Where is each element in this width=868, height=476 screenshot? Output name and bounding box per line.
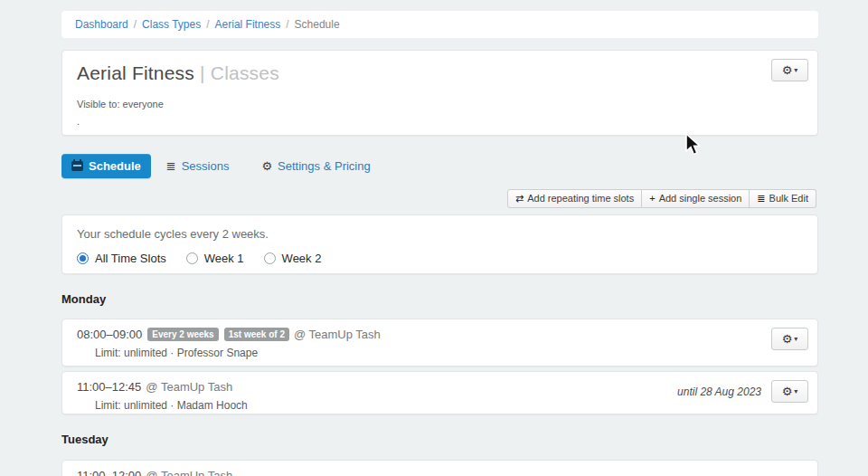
breadcrumb-separator: / [134,18,137,31]
radio-button-icon [186,252,198,264]
slot-until-date: until 28 Aug 2023 [677,386,761,398]
day-heading-tuesday: Tuesday [61,433,108,446]
schedule-toolbar: ⇄Add repeating time slots +Add single se… [507,189,816,208]
slot-time: 08:00–09:00 [77,328,142,341]
title-divider: | [200,62,205,83]
repeat-frequency-badge: Every 2 weeks [147,328,218,341]
tab-label: Settings & Pricing [278,159,371,173]
caret-down-icon: ▾ [794,335,797,343]
gear-icon: ⚙ [261,159,272,173]
breadcrumb-current: Schedule [295,18,340,31]
button-label: Add repeating time slots [527,193,634,204]
slot-detail: Limit: unlimited · Madam Hooch [95,399,803,412]
radio-week-2[interactable]: Week 2 [264,252,322,265]
week-of-cycle-badge: 1st week of 2 [224,328,289,341]
radio-label: Week 1 [204,252,244,265]
caret-down-icon: ▾ [794,387,797,395]
page-title: Aerial Fitness | Classes [77,62,803,84]
button-label: Bulk Edit [769,193,808,204]
slot-summary: 11:00–12:00 @ TeamUp Tash [77,469,803,476]
breadcrumb-link-class-types[interactable]: Class Types [142,18,201,31]
breadcrumb-separator: / [286,18,288,31]
button-label: Add single session [659,193,742,204]
list-icon: ≣ [166,159,176,173]
radio-week-1[interactable]: Week 1 [186,252,244,265]
breadcrumb: Dashboard/Class Types/Aerial Fitness/Sch… [61,11,818,38]
slot-time: 11:00–12:00 [77,469,141,476]
gear-icon: ⚙ [782,385,793,398]
class-header-card: Aerial Fitness | Classes Visible to: eve… [61,50,818,136]
breadcrumb-link-dashboard[interactable]: Dashboard [75,18,128,31]
slot-venue: @ TeamUp Tash [146,380,232,394]
tab-sessions[interactable]: ≣ Sessions [156,154,240,178]
list-icon: ≣ [757,193,765,204]
plus-icon: + [649,193,655,204]
breadcrumb-separator: / [206,18,209,31]
radio-label: All Time Slots [95,252,166,265]
slot-options-button[interactable]: ⚙▾ [771,328,808,350]
time-slot-row: 08:00–09:00 Every 2 weeks 1st week of 2 … [61,319,818,367]
slot-venue: @ TeamUp Tash [146,469,232,476]
radio-button-icon [77,252,89,264]
time-slot-row: 11:00–12:00 @ TeamUp Tash [61,460,818,476]
tab-bar: Schedule ≣ Sessions ⚙ Settings & Pricing [61,154,818,178]
slot-time: 11:00–12:45 [77,380,141,394]
radio-all-time-slots[interactable]: All Time Slots [77,252,166,265]
tab-label: Sessions [182,159,230,173]
day-heading-monday: Monday [61,292,106,306]
breadcrumb-link-aerial-fitness[interactable]: Aerial Fitness [215,18,281,31]
tab-schedule[interactable]: Schedule [61,154,151,178]
class-name: Aerial Fitness [77,62,194,83]
add-single-session-button[interactable]: +Add single session [642,189,750,208]
week-filter-group: All Time Slots Week 1 Week 2 [77,252,803,265]
add-repeating-time-slots-button[interactable]: ⇄Add repeating time slots [507,189,642,208]
schedule-cycle-card: Your schedule cycles every 2 weeks. All … [61,214,818,274]
class-options-button[interactable]: ⚙▾ [771,59,808,81]
gear-icon: ⚙ [782,63,793,77]
cycle-message: Your schedule cycles every 2 weeks. [77,227,803,241]
tab-label: Schedule [89,159,141,173]
radio-label: Week 2 [282,252,322,265]
slot-summary: 08:00–09:00 Every 2 weeks 1st week of 2 … [77,328,803,341]
class-description: . [77,116,803,127]
time-slot-row: 11:00–12:45 @ TeamUp Tash Limit: unlimit… [61,371,818,414]
caret-down-icon: ▾ [794,66,797,74]
repeat-icon: ⇄ [515,193,524,204]
calendar-icon [71,161,83,171]
gear-icon: ⚙ [782,332,793,346]
slot-venue: @ TeamUp Tash [294,328,381,341]
slot-options-button[interactable]: ⚙▾ [771,380,808,403]
visibility-text: Visible to: everyone [77,99,803,109]
tab-settings-pricing[interactable]: ⚙ Settings & Pricing [251,154,380,178]
radio-button-icon [264,252,276,264]
slot-detail: Limit: unlimited · Professor Snape [95,347,803,359]
bulk-edit-button[interactable]: ≣Bulk Edit [750,189,816,208]
class-type-label: Classes [211,62,279,83]
